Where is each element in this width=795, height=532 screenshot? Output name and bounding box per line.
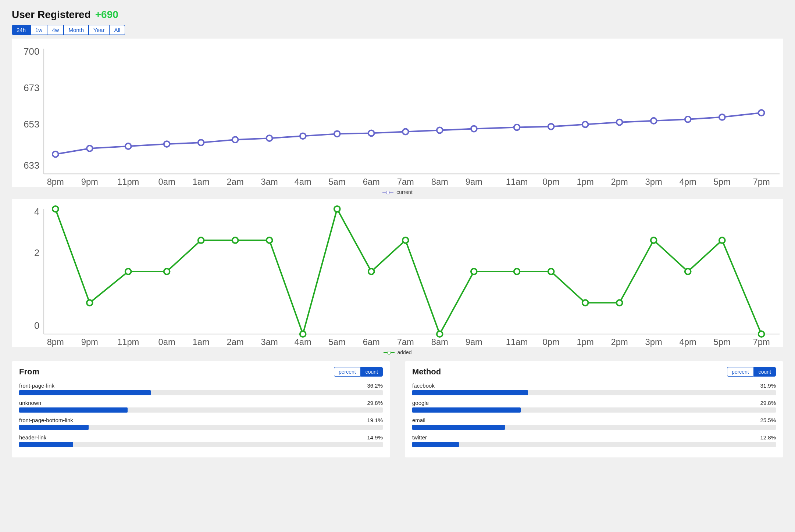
svg-text:9pm: 9pm — [81, 337, 98, 347]
method-row-2: email 25.5% — [412, 417, 776, 430]
svg-text:673: 673 — [24, 83, 39, 93]
svg-point-86 — [471, 269, 477, 274]
svg-point-39 — [471, 126, 477, 132]
tab-month[interactable]: Month — [64, 25, 89, 35]
from-bar-2 — [19, 425, 89, 430]
svg-text:0pm: 0pm — [543, 337, 560, 347]
method-bar-3 — [412, 442, 459, 447]
method-bar-bg-0 — [412, 390, 776, 395]
from-label-2: front-page-bottom-link — [19, 417, 73, 423]
current-legend: current — [12, 189, 783, 195]
svg-point-45 — [685, 116, 691, 122]
svg-text:4pm: 4pm — [680, 337, 696, 347]
svg-text:0pm: 0pm — [543, 177, 560, 187]
tab-24h[interactable]: 24h — [12, 25, 31, 35]
svg-text:5pm: 5pm — [714, 177, 731, 187]
svg-text:0: 0 — [34, 320, 39, 331]
svg-text:2pm: 2pm — [611, 177, 628, 187]
tab-year[interactable]: Year — [89, 25, 109, 35]
svg-text:3pm: 3pm — [645, 337, 662, 347]
svg-point-47 — [759, 110, 764, 116]
svg-text:11am: 11am — [506, 177, 528, 187]
svg-text:8pm: 8pm — [47, 177, 64, 187]
svg-text:4am: 4am — [295, 337, 311, 347]
svg-point-92 — [685, 269, 691, 274]
method-value-1: 29.8% — [760, 400, 776, 406]
from-row-3: header-link 14.9% — [19, 434, 383, 447]
method-label-2: email — [412, 417, 425, 423]
svg-text:1pm: 1pm — [577, 177, 594, 187]
svg-text:3pm: 3pm — [645, 177, 662, 187]
method-value-2: 25.5% — [760, 417, 776, 423]
svg-text:7am: 7am — [397, 177, 414, 187]
method-toggle-group: percent count — [727, 367, 776, 377]
svg-text:6am: 6am — [363, 177, 380, 187]
from-bar-1 — [19, 407, 128, 413]
svg-text:11am: 11am — [506, 337, 528, 347]
method-bar-bg-3 — [412, 442, 776, 447]
tab-1w[interactable]: 1w — [31, 25, 47, 35]
svg-point-82 — [334, 206, 340, 212]
from-count-btn[interactable]: count — [361, 367, 383, 377]
added-legend-label: added — [398, 349, 412, 355]
svg-point-41 — [548, 124, 554, 130]
page-title: User Registered — [12, 9, 91, 21]
method-bar-bg-1 — [412, 407, 776, 413]
svg-point-90 — [617, 300, 623, 306]
svg-text:0am: 0am — [158, 177, 175, 187]
from-row-2: front-page-bottom-link 19.1% — [19, 417, 383, 430]
svg-point-75 — [87, 300, 93, 306]
from-bar-0 — [19, 390, 151, 395]
method-panel-title: Method — [412, 367, 441, 377]
from-row-0: front-page-link 36.2% — [19, 382, 383, 395]
from-label-3: header-link — [19, 434, 46, 441]
current-legend-label: current — [396, 189, 413, 195]
from-bar-3 — [19, 442, 73, 447]
current-chart-container: 700 673 653 633 8pm 9pm 11pm 0am 1am 2am… — [12, 39, 783, 187]
method-panel: Method percent count facebook 31.9% goog… — [405, 361, 783, 457]
current-legend-line — [382, 192, 393, 193]
svg-text:8am: 8am — [431, 177, 448, 187]
svg-text:8pm: 8pm — [47, 337, 64, 347]
tab-all[interactable]: All — [109, 25, 125, 35]
from-bar-bg-0 — [19, 390, 383, 395]
svg-point-27 — [53, 151, 58, 157]
svg-point-42 — [582, 122, 588, 127]
svg-point-43 — [617, 119, 623, 125]
svg-text:4am: 4am — [295, 177, 311, 187]
from-value-0: 36.2% — [367, 382, 383, 389]
from-value-3: 14.9% — [367, 434, 383, 441]
method-row-0: facebook 31.9% — [412, 382, 776, 395]
method-panel-header: Method percent count — [412, 367, 776, 377]
svg-point-94 — [759, 331, 764, 337]
svg-point-74 — [53, 206, 58, 212]
svg-point-78 — [198, 237, 204, 243]
svg-text:5am: 5am — [329, 177, 346, 187]
svg-text:700: 700 — [24, 46, 39, 57]
svg-point-81 — [300, 331, 306, 337]
from-bar-bg-1 — [19, 407, 383, 413]
method-value-0: 31.9% — [760, 382, 776, 389]
method-count-btn[interactable]: count — [754, 367, 776, 377]
svg-point-79 — [232, 237, 238, 243]
method-percent-btn[interactable]: percent — [727, 367, 754, 377]
svg-point-33 — [267, 135, 272, 141]
method-value-3: 12.8% — [760, 434, 776, 441]
svg-text:4: 4 — [34, 206, 39, 216]
method-bar-bg-2 — [412, 425, 776, 430]
svg-point-36 — [368, 130, 374, 136]
time-tabs: 24h 1w 4w Month Year All — [12, 25, 783, 35]
method-label-3: twitter — [412, 434, 427, 441]
svg-point-30 — [164, 141, 170, 147]
svg-text:8am: 8am — [431, 337, 448, 347]
from-panel: From percent count front-page-link 36.2%… — [12, 361, 390, 457]
svg-text:9am: 9am — [466, 337, 482, 347]
from-panel-title: From — [19, 367, 39, 377]
svg-point-83 — [368, 269, 374, 274]
tab-4w[interactable]: 4w — [47, 25, 64, 35]
svg-text:633: 633 — [24, 160, 39, 170]
from-percent-btn[interactable]: percent — [334, 367, 361, 377]
method-label-0: facebook — [412, 382, 435, 389]
svg-text:2am: 2am — [227, 337, 244, 347]
svg-point-87 — [514, 269, 520, 274]
